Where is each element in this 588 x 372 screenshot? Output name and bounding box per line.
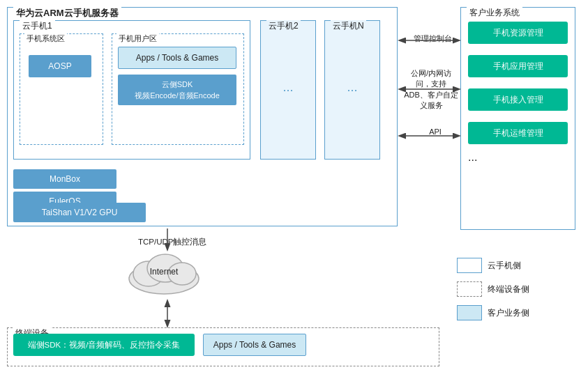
server-box: 华为云ARM云手机服务器 云手机1 手机系统区 AOSP 手机用户区 Apps … [7, 7, 398, 226]
legend-terminal-item: 终端设备侧 [457, 281, 529, 297]
phone2-dots: ··· [282, 83, 293, 98]
terminal-apps: Apps / Tools & Games [203, 334, 306, 356]
cloud-phone1-title: 云手机1 [20, 20, 55, 32]
arrow-mgmt-label: 管理控制台 [407, 33, 458, 44]
apps-label: Apps / Tools & Games [136, 53, 219, 63]
taishan: TaiShan V1/V2 GPU [13, 203, 146, 222]
legend-cloud-item: 云手机侧 [457, 258, 529, 273]
arrow-network-label: 公网/内网访问，支持ADB、客户自定义服务 [403, 68, 459, 111]
apps-in-phone1: Apps / Tools & Games [118, 47, 236, 69]
tcp-label: TCP/UDP触控消息 [138, 237, 206, 247]
legend: 云手机侧 终端设备侧 客户业务侧 [457, 258, 529, 320]
aosp-label: AOSP [48, 61, 71, 71]
sdk-line2: 视频Encode/音频Encode [135, 90, 220, 102]
internet-cloud: Internet [122, 247, 206, 296]
phone-ops-btn: 手机运维管理 [468, 122, 568, 144]
legend-customer-item: 客户业务侧 [457, 305, 529, 320]
terminal-sdk: 端侧SDK：视频/音频解码、反控指令采集 [13, 334, 195, 356]
sdk-box: 云侧SDK 视频Encode/音频Encode [118, 75, 236, 105]
cloud-phone1: 云手机1 手机系统区 AOSP 手机用户区 Apps / Tools & Gam… [13, 20, 250, 160]
legend-cloud-label: 云手机侧 [488, 260, 521, 272]
user-area: 手机用户区 Apps / Tools & Games 云侧SDK 视频Encod… [112, 33, 244, 145]
cloud-phone2-title: 云手机2 [266, 20, 301, 32]
diagram: 华为云ARM云手机服务器 云手机1 手机系统区 AOSP 手机用户区 Apps … [7, 7, 579, 365]
cloud-phone-n-title: 云手机N [331, 20, 366, 32]
legend-customer-label: 客户业务侧 [488, 307, 529, 319]
legend-terminal-box [457, 281, 482, 297]
cloud-phone2: 云手机2 ··· [260, 20, 316, 160]
server-title: 华为云ARM云手机服务器 [13, 7, 121, 20]
aosp-box: AOSP [29, 55, 91, 77]
phone-resource-btn: 手机资源管理 [468, 22, 568, 44]
monbox: MonBox [13, 169, 116, 189]
legend-customer-box [457, 305, 482, 320]
customer-box: 客户业务系统 手机资源管理 手机应用管理 手机接入管理 手机运维管理 ··· [460, 7, 575, 230]
sdk-line1: 云侧SDK [162, 79, 193, 91]
phone-access-btn: 手机接入管理 [468, 88, 568, 111]
legend-terminal-label: 终端设备侧 [488, 284, 529, 295]
legend-cloud-box [457, 258, 482, 273]
internet-label: Internet [122, 267, 206, 277]
phone-app-btn: 手机应用管理 [468, 55, 568, 77]
system-area: 手机系统区 AOSP [20, 33, 103, 145]
customer-title: 客户业务系统 [467, 7, 522, 19]
terminal-box: 终端设备 端侧SDK：视频/音频解码、反控指令采集 Apps / Tools &… [7, 327, 439, 366]
system-area-title: 手机系统区 [24, 33, 67, 44]
cloud-phone-n: 云手机N ··· [324, 20, 380, 160]
user-area-title: 手机用户区 [116, 33, 159, 44]
arrow-network-text: 公网/内网访问，支持ADB、客户自定义服务 [404, 69, 458, 109]
phone-n-dots: ··· [347, 83, 357, 98]
arrow-api-label: API [421, 127, 449, 137]
customer-dots: ··· [468, 154, 477, 166]
